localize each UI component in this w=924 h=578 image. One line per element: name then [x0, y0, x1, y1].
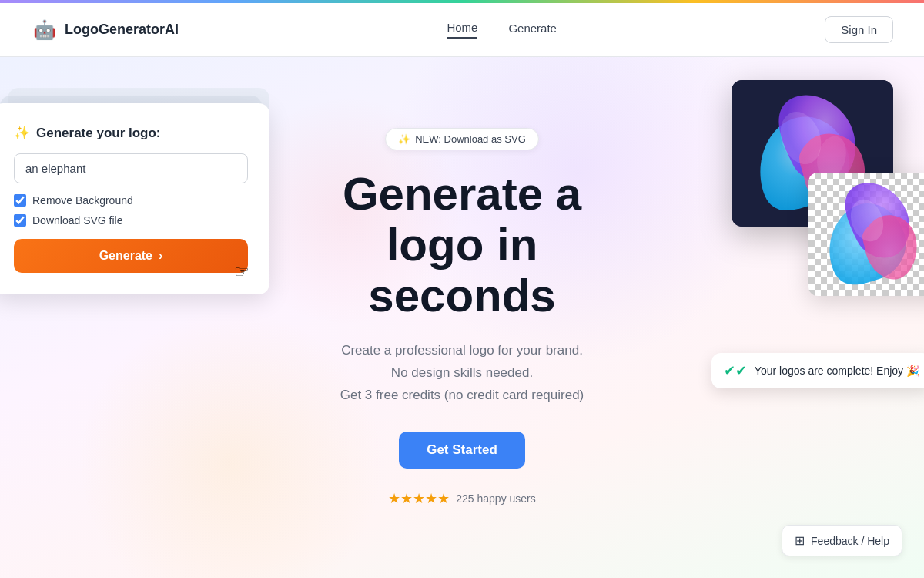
- cursor-icon: ☞: [234, 262, 249, 282]
- download-svg-checkbox[interactable]: [14, 214, 26, 227]
- generate-button-arrow: ›: [159, 249, 162, 263]
- remove-background-row: Remove Background: [14, 194, 248, 207]
- feedback-icon: ⊞: [795, 533, 805, 548]
- center-hero: ✨ NEW: Download as SVG Generate alogo in…: [340, 128, 584, 507]
- generate-card: ✨ Generate your logo: Remove Background …: [0, 103, 270, 294]
- rating-row: ★★★★★ 225 happy users: [340, 490, 584, 507]
- new-badge: ✨ NEW: Download as SVG: [385, 128, 539, 150]
- star-rating: ★★★★★: [388, 490, 450, 507]
- complete-toast: ✔✔ Your logos are complete! Enjoy 🎉: [711, 353, 924, 388]
- nav-links: Home Generate: [447, 21, 557, 39]
- main-content: ✨ Generate your logo: Remove Background …: [0, 57, 924, 578]
- logo-preview-secondary: [808, 173, 924, 296]
- download-svg-label: Download SVG file: [32, 214, 123, 227]
- hero-title: Generate alogo inseconds: [340, 169, 584, 321]
- hero-subtitle: Create a professional logo for your bran…: [340, 340, 584, 407]
- remove-background-label: Remove Background: [32, 194, 133, 207]
- card-title-text: Generate your logo:: [36, 126, 161, 141]
- new-badge-icon: ✨: [398, 133, 410, 145]
- subtitle-line2: No design skills needed.: [391, 365, 533, 380]
- logo-area[interactable]: 🤖 LogoGeneratorAI: [31, 16, 179, 44]
- right-previews: ✔✔ Your logos are complete! Enjoy 🎉: [662, 80, 924, 419]
- generate-button-label: Generate: [99, 249, 152, 263]
- remove-background-checkbox[interactable]: [14, 194, 26, 207]
- logo-text: LogoGeneratorAI: [65, 22, 179, 38]
- rating-text: 225 happy users: [456, 492, 536, 505]
- generate-button[interactable]: Generate ›: [14, 239, 248, 273]
- get-started-button[interactable]: Get Started: [399, 432, 525, 469]
- bg-blob-2: [77, 308, 385, 578]
- subtitle-line1: Create a professional logo for your bran…: [341, 343, 583, 358]
- logo-prompt-input[interactable]: [14, 153, 248, 183]
- card-title: ✨ Generate your logo:: [14, 125, 248, 141]
- toast-check-icon: ✔✔: [724, 362, 747, 379]
- feedback-button[interactable]: ⊞ Feedback / Help: [782, 525, 902, 556]
- new-badge-text: NEW: Download as SVG: [415, 133, 526, 145]
- left-card-container: ✨ Generate your logo: Remove Background …: [0, 103, 270, 294]
- logo-icon: 🤖: [31, 16, 59, 44]
- subtitle-line3: Get 3 free credits (no credit card requi…: [340, 388, 584, 402]
- toast-message: Your logos are complete! Enjoy 🎉: [755, 365, 919, 377]
- feedback-label: Feedback / Help: [811, 535, 889, 547]
- navbar: 🤖 LogoGeneratorAI Home Generate Sign In: [0, 3, 924, 57]
- card-title-icon: ✨: [14, 125, 30, 141]
- nav-link-home[interactable]: Home: [447, 21, 477, 39]
- nav-link-generate[interactable]: Generate: [508, 22, 557, 38]
- sign-in-button[interactable]: Sign In: [825, 16, 893, 43]
- download-svg-row: Download SVG file: [14, 214, 248, 227]
